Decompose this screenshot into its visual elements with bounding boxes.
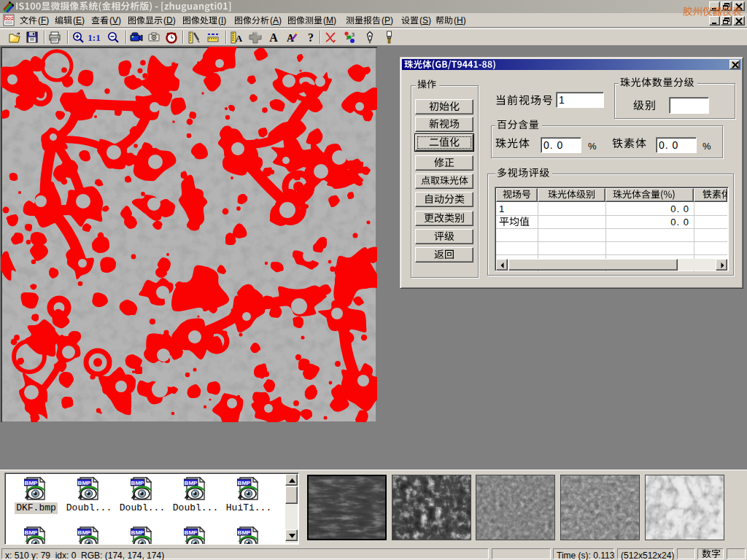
svg-text:1:1: 1:1 [88,32,100,43]
svg-text:A: A [236,33,243,44]
svg-text:A: A [269,31,278,44]
svg-text:DOC: DOC [4,16,13,20]
svg-text:?: ? [308,31,314,44]
svg-text:1: 1 [346,35,349,40]
svg-text:3: 3 [352,32,355,37]
